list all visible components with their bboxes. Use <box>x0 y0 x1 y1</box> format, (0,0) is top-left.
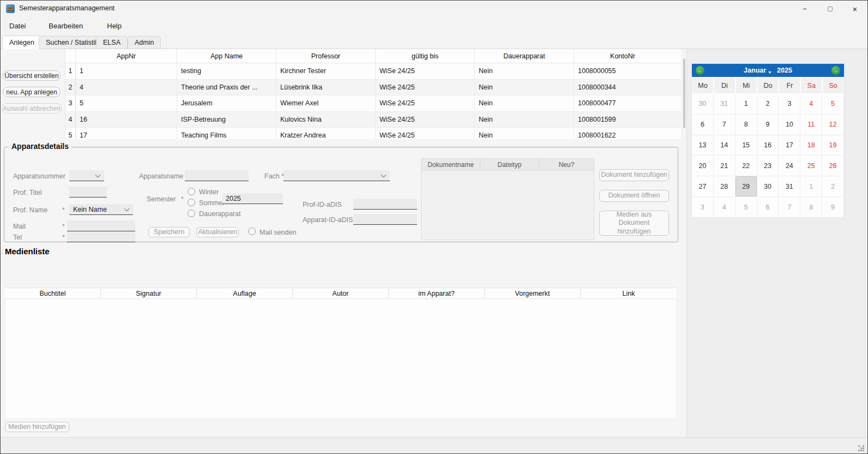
calendar-day[interactable]: 21 <box>714 156 736 176</box>
column-header-gueltig-bis[interactable]: gültig bis <box>376 49 475 63</box>
calendar-day[interactable]: 14 <box>714 135 736 156</box>
calendar-day[interactable]: 8 <box>736 115 757 135</box>
calendar-day[interactable]: 5 <box>736 197 757 218</box>
mail-input[interactable] <box>67 220 135 231</box>
calendar-day[interactable]: 15 <box>736 135 757 156</box>
tab-elsa[interactable]: ELSA <box>96 36 128 49</box>
row-number: 2 <box>65 80 76 95</box>
dokument-hinzufuegen-button[interactable]: Dokument hinzufügen <box>599 169 669 181</box>
menu-bearbeiten[interactable]: Bearbeiten <box>45 20 86 32</box>
apparat-id-adis-label: Apparat-ID-aDIS <box>303 216 353 224</box>
calendar-day[interactable]: 19 <box>822 135 844 156</box>
calendar-month-year[interactable]: Januar 2025 <box>744 67 792 74</box>
calendar-day[interactable]: 31 <box>714 94 736 115</box>
column-header-kontonr[interactable]: KontoNr <box>574 49 671 63</box>
table-row[interactable]: 24Theorie und Praxis der ...Lüsebrink Il… <box>65 80 681 96</box>
calendar-day[interactable]: 16 <box>757 135 779 156</box>
sommer-radio[interactable] <box>188 199 195 206</box>
dauerapparat-radio[interactable] <box>188 210 195 217</box>
apparatsname-label: Apparatsname * <box>139 172 188 180</box>
table-row[interactable]: 517Teaching FilmsKratzer AndreaWiSe 24/2… <box>65 128 681 139</box>
calendar-day[interactable]: 18 <box>800 135 822 156</box>
calendar-day[interactable]: 12 <box>822 115 844 135</box>
tab-anlegen[interactable]: Anlegen <box>2 35 41 49</box>
calendar-day[interactable]: 30 <box>757 176 779 197</box>
calendar-day[interactable]: 10 <box>779 115 800 135</box>
calendar-day[interactable]: 7 <box>779 197 800 218</box>
next-month-button[interactable]: → <box>831 66 840 75</box>
apps-table-scrollbar[interactable] <box>683 58 685 128</box>
calendar-day[interactable]: 27 <box>692 176 714 197</box>
close-button[interactable]: × <box>842 1 867 17</box>
calendar-day[interactable]: 5 <box>822 94 844 115</box>
calendar-day[interactable]: 3 <box>692 197 714 218</box>
prof-id-adis-input[interactable] <box>353 199 417 210</box>
maximize-button[interactable] <box>817 1 842 17</box>
winter-radio[interactable] <box>188 188 195 195</box>
column-header-dauerapparat[interactable]: Dauerapparat <box>475 49 574 63</box>
calendar-day[interactable]: 4 <box>800 94 822 115</box>
previous-month-button[interactable]: ← <box>696 66 704 75</box>
calendar-day[interactable]: 11 <box>800 115 822 135</box>
calendar-day[interactable]: 24 <box>779 156 800 176</box>
apparat-id-adis-input[interactable] <box>353 214 417 225</box>
calendar-day[interactable]: 22 <box>736 156 757 176</box>
calendar-day[interactable]: 30 <box>692 94 714 115</box>
calendar-year[interactable]: 2025 <box>777 67 792 74</box>
table-cell: Kirchner Tester <box>276 63 376 79</box>
calendar-day[interactable]: 1 <box>800 176 822 197</box>
calendar-day[interactable]: 8 <box>800 197 822 218</box>
tab-admin[interactable]: Admin <box>128 36 161 49</box>
calendar-day[interactable]: 9 <box>757 115 779 135</box>
table-cell: WiSe 24/25 <box>376 63 475 79</box>
uebersicht-erstellen-button[interactable]: Übersicht erstellen <box>3 70 61 81</box>
prof-id-adis-label: Prof-ID-aDIS <box>303 201 342 208</box>
fach-combo[interactable] <box>284 170 390 181</box>
calendar-day[interactable]: 2 <box>757 94 779 115</box>
calendar-day[interactable]: 13 <box>692 135 714 156</box>
dokument-oeffnen-button[interactable]: Dokument öffnen <box>599 190 669 202</box>
calendar-day[interactable]: 26 <box>822 156 844 176</box>
calendar-month[interactable]: Januar <box>744 67 766 74</box>
tel-input[interactable] <box>67 231 135 242</box>
mail-senden-checkbox[interactable] <box>248 228 256 235</box>
menu-help[interactable]: Help <box>104 20 125 32</box>
medien-hinzufuegen-button[interactable]: Medien hinzufügen <box>5 422 69 432</box>
calendar-day[interactable]: 3 <box>779 94 800 115</box>
calendar-day[interactable]: 2 <box>822 176 844 197</box>
calendar-day[interactable]: 28 <box>714 176 736 197</box>
column-header-appname[interactable]: App Name <box>177 49 276 63</box>
calendar-day[interactable]: 20 <box>692 156 714 176</box>
calendar-day[interactable]: 17 <box>779 135 800 156</box>
calendar-day[interactable]: 6 <box>757 197 779 218</box>
calendar-day[interactable]: 9 <box>822 197 844 218</box>
neue-app-anlegen-button[interactable]: neu. App anlegen <box>3 87 61 97</box>
column-header-appnr[interactable]: AppNr <box>76 49 177 63</box>
resize-grip-icon[interactable] <box>858 445 865 452</box>
medien-aus-dokument-button[interactable]: Medien aus Dokument hinzufügen <box>599 211 669 236</box>
apparatsname-input[interactable] <box>185 170 249 181</box>
minimize-button[interactable]: − <box>792 1 817 17</box>
calendar-day[interactable]: 29 <box>736 176 757 197</box>
table-row[interactable]: 35JerusalemWiemer AxelWiSe 24/25Nein1008… <box>65 95 681 112</box>
day-header-do: Do <box>758 77 779 93</box>
auswahl-abbrechen-button[interactable]: Auswahl abbrechen <box>2 103 62 113</box>
menu-datei[interactable]: Datei <box>6 20 29 32</box>
table-row[interactable]: 416ISP-BetreuungKulovics NinaWiSe 24/25N… <box>65 112 681 128</box>
prof-titel-input[interactable] <box>69 187 107 198</box>
calendar-day[interactable]: 4 <box>714 197 736 218</box>
semester-year-input[interactable] <box>222 193 283 204</box>
ml-column-link: Link <box>581 288 677 298</box>
aktualisieren-button[interactable]: Aktualisieren <box>196 227 239 237</box>
calendar-day[interactable]: 23 <box>757 156 779 176</box>
calendar-day[interactable]: 25 <box>800 156 822 176</box>
calendar-day[interactable]: 1 <box>736 94 757 115</box>
column-header-professor[interactable]: Professor <box>276 49 376 63</box>
calendar-day[interactable]: 7 <box>714 115 736 135</box>
speichern-button[interactable]: Speichern <box>148 227 190 237</box>
calendar-day[interactable]: 31 <box>779 176 800 197</box>
table-row[interactable]: 11testingKirchner TesterWiSe 24/25Nein10… <box>65 63 681 80</box>
apparatsnummer-combo[interactable] <box>69 170 104 181</box>
prof-name-combo[interactable]: Kein Name <box>69 204 133 215</box>
calendar-day[interactable]: 6 <box>692 115 714 135</box>
